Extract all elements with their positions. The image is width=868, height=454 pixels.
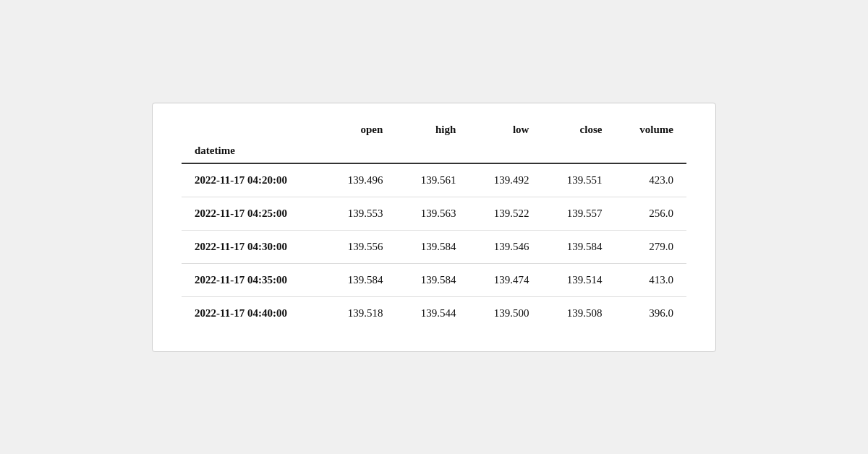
subheader-volume-empty bbox=[615, 142, 686, 163]
cell-volume: 279.0 bbox=[615, 230, 686, 263]
table-row: 2022-11-17 04:20:00139.496139.561139.492… bbox=[182, 164, 686, 197]
cell-close: 139.584 bbox=[542, 230, 615, 263]
subheader-high-empty bbox=[396, 142, 469, 163]
cell-low: 139.522 bbox=[469, 197, 542, 230]
cell-high: 139.584 bbox=[396, 230, 469, 263]
cell-datetime: 2022-11-17 04:25:00 bbox=[182, 197, 323, 230]
table-row: 2022-11-17 04:30:00139.556139.584139.546… bbox=[182, 230, 686, 263]
subheader-close-empty bbox=[542, 142, 615, 163]
cell-close: 139.508 bbox=[542, 296, 615, 330]
col-header-low: low bbox=[469, 118, 542, 142]
cell-open: 139.553 bbox=[323, 197, 396, 230]
cell-high: 139.544 bbox=[396, 296, 469, 330]
data-table: open high low close volume datetime 2022… bbox=[182, 118, 686, 330]
cell-datetime: 2022-11-17 04:30:00 bbox=[182, 230, 323, 263]
table-row: 2022-11-17 04:25:00139.553139.563139.522… bbox=[182, 197, 686, 230]
cell-high: 139.563 bbox=[396, 197, 469, 230]
cell-volume: 413.0 bbox=[615, 263, 686, 296]
col-header-high: high bbox=[396, 118, 469, 142]
cell-open: 139.584 bbox=[323, 263, 396, 296]
cell-close: 139.514 bbox=[542, 263, 615, 296]
cell-open: 139.518 bbox=[323, 296, 396, 330]
col-header-volume: volume bbox=[615, 118, 686, 142]
col-header-empty bbox=[182, 118, 323, 142]
cell-low: 139.474 bbox=[469, 263, 542, 296]
cell-low: 139.492 bbox=[469, 164, 542, 197]
cell-datetime: 2022-11-17 04:40:00 bbox=[182, 296, 323, 330]
cell-low: 139.546 bbox=[469, 230, 542, 263]
table-row: 2022-11-17 04:35:00139.584139.584139.474… bbox=[182, 263, 686, 296]
cell-volume: 423.0 bbox=[615, 164, 686, 197]
index-label: datetime bbox=[182, 142, 323, 163]
cell-close: 139.551 bbox=[542, 164, 615, 197]
cell-open: 139.496 bbox=[323, 164, 396, 197]
cell-volume: 256.0 bbox=[615, 197, 686, 230]
col-header-close: close bbox=[542, 118, 615, 142]
cell-high: 139.561 bbox=[396, 164, 469, 197]
subheader-open-empty bbox=[323, 142, 396, 163]
cell-datetime: 2022-11-17 04:20:00 bbox=[182, 164, 323, 197]
subheader-low-empty bbox=[469, 142, 542, 163]
cell-open: 139.556 bbox=[323, 230, 396, 263]
col-header-open: open bbox=[323, 118, 396, 142]
table-row: 2022-11-17 04:40:00139.518139.544139.500… bbox=[182, 296, 686, 330]
cell-datetime: 2022-11-17 04:35:00 bbox=[182, 263, 323, 296]
cell-high: 139.584 bbox=[396, 263, 469, 296]
cell-volume: 396.0 bbox=[615, 296, 686, 330]
cell-close: 139.557 bbox=[542, 197, 615, 230]
table-container: open high low close volume datetime 2022… bbox=[152, 103, 716, 352]
cell-low: 139.500 bbox=[469, 296, 542, 330]
